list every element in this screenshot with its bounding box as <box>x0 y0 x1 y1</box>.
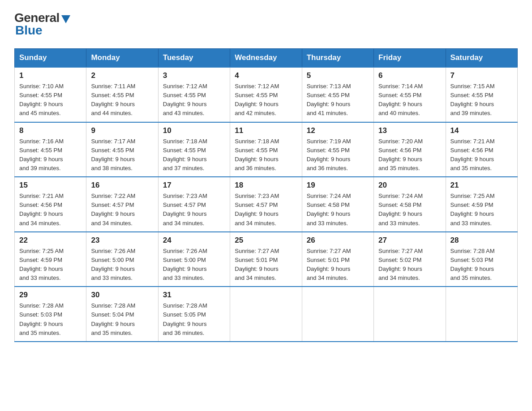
week-row-3: 15Sunrise: 7:21 AMSunset: 4:56 PMDayligh… <box>15 177 518 232</box>
day-info: Sunrise: 7:25 AMSunset: 4:59 PMDaylight:… <box>450 192 513 228</box>
day-number: 23 <box>91 236 153 245</box>
calendar-cell: 3Sunrise: 7:12 AMSunset: 4:55 PMDaylight… <box>158 67 230 122</box>
day-info: Sunrise: 7:24 AMSunset: 4:58 PMDaylight:… <box>307 192 369 228</box>
day-number: 9 <box>91 126 153 135</box>
day-number: 5 <box>307 71 369 80</box>
day-number: 20 <box>378 181 441 190</box>
day-info: Sunrise: 7:18 AMSunset: 4:55 PMDaylight:… <box>235 137 297 173</box>
day-info: Sunrise: 7:11 AMSunset: 4:55 PMDaylight:… <box>91 82 153 118</box>
calendar-cell: 21Sunrise: 7:25 AMSunset: 4:59 PMDayligh… <box>446 177 517 232</box>
week-row-5: 29Sunrise: 7:28 AMSunset: 5:03 PMDayligh… <box>15 287 518 342</box>
day-info: Sunrise: 7:27 AMSunset: 5:02 PMDaylight:… <box>378 247 441 283</box>
day-number: 21 <box>450 181 513 190</box>
calendar-cell: 30Sunrise: 7:28 AMSunset: 5:04 PMDayligh… <box>86 287 158 342</box>
header-row: SundayMondayTuesdayWednesdayThursdayFrid… <box>15 49 518 68</box>
day-number: 25 <box>235 236 297 245</box>
logo-blue-text: Blue <box>15 23 43 38</box>
day-info: Sunrise: 7:12 AMSunset: 4:55 PMDaylight:… <box>235 82 297 118</box>
day-info: Sunrise: 7:25 AMSunset: 4:59 PMDaylight:… <box>19 247 82 283</box>
header-wednesday: Wednesday <box>230 49 302 68</box>
calendar-cell: 22Sunrise: 7:25 AMSunset: 4:59 PMDayligh… <box>15 232 86 287</box>
day-number: 28 <box>450 236 513 245</box>
week-row-1: 1Sunrise: 7:10 AMSunset: 4:55 PMDaylight… <box>15 67 518 122</box>
day-number: 30 <box>91 291 153 300</box>
calendar-cell: 4Sunrise: 7:12 AMSunset: 4:55 PMDaylight… <box>230 67 302 122</box>
day-number: 16 <box>91 181 153 190</box>
calendar-cell <box>446 287 517 342</box>
header-monday: Monday <box>86 49 158 68</box>
header-sunday: Sunday <box>15 49 86 68</box>
day-info: Sunrise: 7:26 AMSunset: 5:00 PMDaylight:… <box>91 247 153 283</box>
day-number: 4 <box>235 71 297 80</box>
header-saturday: Saturday <box>446 49 517 68</box>
day-number: 31 <box>163 291 225 300</box>
calendar-cell: 13Sunrise: 7:20 AMSunset: 4:56 PMDayligh… <box>374 122 446 177</box>
day-number: 17 <box>163 181 225 190</box>
day-info: Sunrise: 7:13 AMSunset: 4:55 PMDaylight:… <box>307 82 369 118</box>
calendar-cell: 5Sunrise: 7:13 AMSunset: 4:55 PMDaylight… <box>302 67 373 122</box>
day-number: 7 <box>450 71 513 80</box>
day-number: 3 <box>163 71 225 80</box>
calendar-cell: 26Sunrise: 7:27 AMSunset: 5:01 PMDayligh… <box>302 232 373 287</box>
logo: General Blue <box>14 11 70 38</box>
day-number: 18 <box>235 181 297 190</box>
calendar-cell: 10Sunrise: 7:18 AMSunset: 4:55 PMDayligh… <box>158 122 230 177</box>
calendar-cell: 2Sunrise: 7:11 AMSunset: 4:55 PMDaylight… <box>86 67 158 122</box>
day-number: 11 <box>235 126 297 135</box>
day-number: 29 <box>19 291 82 300</box>
logo-triangle-icon <box>61 15 70 23</box>
calendar-body: 1Sunrise: 7:10 AMSunset: 4:55 PMDaylight… <box>15 67 518 342</box>
day-info: Sunrise: 7:28 AMSunset: 5:03 PMDaylight:… <box>19 301 82 338</box>
calendar-cell: 29Sunrise: 7:28 AMSunset: 5:03 PMDayligh… <box>15 287 86 342</box>
header-friday: Friday <box>374 49 446 68</box>
calendar-cell: 1Sunrise: 7:10 AMSunset: 4:55 PMDaylight… <box>15 67 86 122</box>
day-number: 26 <box>307 236 369 245</box>
day-info: Sunrise: 7:20 AMSunset: 4:56 PMDaylight:… <box>378 137 441 173</box>
week-row-4: 22Sunrise: 7:25 AMSunset: 4:59 PMDayligh… <box>15 232 518 287</box>
day-number: 10 <box>163 126 225 135</box>
calendar-cell <box>302 287 373 342</box>
calendar-table: SundayMondayTuesdayWednesdayThursdayFrid… <box>14 48 518 342</box>
calendar-cell: 18Sunrise: 7:23 AMSunset: 4:57 PMDayligh… <box>230 177 302 232</box>
day-number: 14 <box>450 126 513 135</box>
day-info: Sunrise: 7:26 AMSunset: 5:00 PMDaylight:… <box>163 247 225 283</box>
calendar-cell <box>230 287 302 342</box>
header-thursday: Thursday <box>302 49 373 68</box>
header-tuesday: Tuesday <box>158 49 230 68</box>
calendar-cell: 12Sunrise: 7:19 AMSunset: 4:55 PMDayligh… <box>302 122 373 177</box>
calendar-cell: 25Sunrise: 7:27 AMSunset: 5:01 PMDayligh… <box>230 232 302 287</box>
day-number: 6 <box>378 71 441 80</box>
calendar-cell: 23Sunrise: 7:26 AMSunset: 5:00 PMDayligh… <box>86 232 158 287</box>
day-info: Sunrise: 7:23 AMSunset: 4:57 PMDaylight:… <box>163 192 225 228</box>
calendar-cell: 8Sunrise: 7:16 AMSunset: 4:55 PMDaylight… <box>15 122 86 177</box>
day-info: Sunrise: 7:21 AMSunset: 4:56 PMDaylight:… <box>19 192 82 228</box>
calendar-cell: 17Sunrise: 7:23 AMSunset: 4:57 PMDayligh… <box>158 177 230 232</box>
day-info: Sunrise: 7:28 AMSunset: 5:03 PMDaylight:… <box>450 247 513 283</box>
page-header: General Blue <box>14 11 518 38</box>
week-row-2: 8Sunrise: 7:16 AMSunset: 4:55 PMDaylight… <box>15 122 518 177</box>
calendar-cell: 28Sunrise: 7:28 AMSunset: 5:03 PMDayligh… <box>446 232 517 287</box>
day-info: Sunrise: 7:24 AMSunset: 4:58 PMDaylight:… <box>378 192 441 228</box>
day-number: 24 <box>163 236 225 245</box>
day-info: Sunrise: 7:18 AMSunset: 4:55 PMDaylight:… <box>163 137 225 173</box>
day-info: Sunrise: 7:23 AMSunset: 4:57 PMDaylight:… <box>235 192 297 228</box>
day-info: Sunrise: 7:27 AMSunset: 5:01 PMDaylight:… <box>307 247 369 283</box>
calendar-cell: 7Sunrise: 7:15 AMSunset: 4:55 PMDaylight… <box>446 67 517 122</box>
calendar-cell: 19Sunrise: 7:24 AMSunset: 4:58 PMDayligh… <box>302 177 373 232</box>
calendar-cell: 16Sunrise: 7:22 AMSunset: 4:57 PMDayligh… <box>86 177 158 232</box>
day-number: 22 <box>19 236 82 245</box>
calendar-cell: 11Sunrise: 7:18 AMSunset: 4:55 PMDayligh… <box>230 122 302 177</box>
day-info: Sunrise: 7:27 AMSunset: 5:01 PMDaylight:… <box>235 247 297 283</box>
day-number: 13 <box>378 126 441 135</box>
day-info: Sunrise: 7:17 AMSunset: 4:55 PMDaylight:… <box>91 137 153 173</box>
day-info: Sunrise: 7:16 AMSunset: 4:55 PMDaylight:… <box>19 137 82 173</box>
day-number: 27 <box>378 236 441 245</box>
day-number: 8 <box>19 126 82 135</box>
calendar-header: SundayMondayTuesdayWednesdayThursdayFrid… <box>15 49 518 68</box>
calendar-cell: 31Sunrise: 7:28 AMSunset: 5:05 PMDayligh… <box>158 287 230 342</box>
day-info: Sunrise: 7:15 AMSunset: 4:55 PMDaylight:… <box>450 82 513 118</box>
calendar-cell: 6Sunrise: 7:14 AMSunset: 4:55 PMDaylight… <box>374 67 446 122</box>
day-info: Sunrise: 7:22 AMSunset: 4:57 PMDaylight:… <box>91 192 153 228</box>
day-info: Sunrise: 7:19 AMSunset: 4:55 PMDaylight:… <box>307 137 369 173</box>
calendar-cell: 27Sunrise: 7:27 AMSunset: 5:02 PMDayligh… <box>374 232 446 287</box>
